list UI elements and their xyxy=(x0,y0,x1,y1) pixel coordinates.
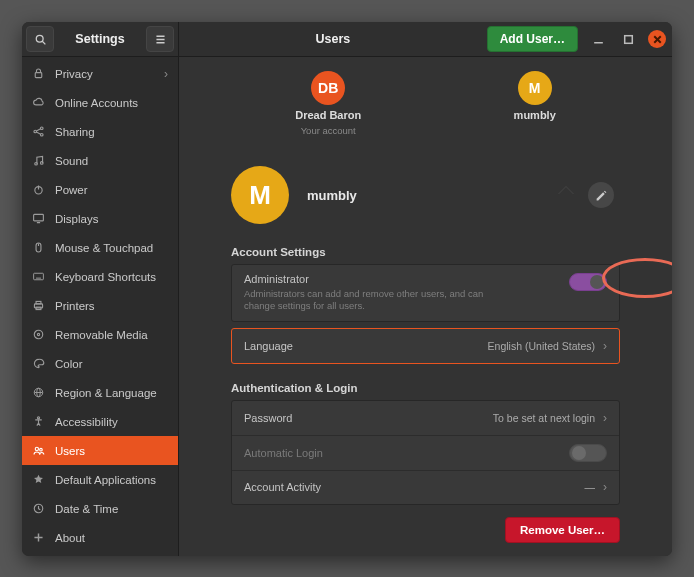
sidebar-item-online-accounts[interactable]: Online Accounts xyxy=(22,88,178,117)
sidebar-item-privacy[interactable]: Privacy› xyxy=(22,59,178,88)
sidebar-item-default-applications[interactable]: Default Applications xyxy=(22,465,178,494)
sidebar-item-date-time[interactable]: Date & Time xyxy=(22,494,178,523)
user-name: mumbly xyxy=(514,109,556,121)
toggle-knob-icon xyxy=(572,446,586,460)
svg-rect-23 xyxy=(34,273,44,280)
sidebar-item-about[interactable]: About xyxy=(22,523,178,552)
svg-rect-6 xyxy=(624,35,632,43)
sidebar-item-mouse-touchpad[interactable]: Mouse & Touchpad xyxy=(22,233,178,262)
hamburger-menu-button[interactable] xyxy=(146,26,174,52)
panel-title: Users xyxy=(315,32,350,46)
row-description: Administrators can add and remove other … xyxy=(244,288,494,313)
sidebar-item-region-language[interactable]: Region & Language xyxy=(22,378,178,407)
sidebar-item-label: Users xyxy=(55,445,168,457)
window-minimize-button[interactable] xyxy=(588,29,608,49)
chevron-right-icon: › xyxy=(603,411,607,425)
search-icon xyxy=(34,33,47,46)
sidebar[interactable]: Privacy›Online AccountsSharingSoundPower… xyxy=(22,57,179,556)
window-close-button[interactable] xyxy=(648,30,666,48)
administrator-row: Administrator Administrators can add and… xyxy=(232,265,619,321)
sidebar-item-label: Displays xyxy=(55,213,168,225)
svg-point-39 xyxy=(35,447,38,450)
window-body: Privacy›Online AccountsSharingSoundPower… xyxy=(22,57,672,556)
automatic-login-row: Automatic Login xyxy=(232,435,619,470)
svg-point-40 xyxy=(40,448,43,451)
svg-point-0 xyxy=(36,35,43,42)
sidebar-item-accessibility[interactable]: Accessibility xyxy=(22,407,178,436)
sidebar-item-label: Mouse & Touchpad xyxy=(55,242,168,254)
color-icon xyxy=(32,357,46,370)
account-activity-row[interactable]: Account Activity — › xyxy=(232,470,619,504)
svg-rect-31 xyxy=(36,301,41,303)
settings-title: Settings xyxy=(58,32,142,46)
password-row[interactable]: Password To be set at next login › xyxy=(232,401,619,435)
sidebar-item-label: Accessibility xyxy=(55,416,168,428)
accessibility-icon xyxy=(32,415,46,428)
sidebar-item-power[interactable]: Power xyxy=(22,175,178,204)
selected-avatar[interactable]: M xyxy=(231,166,289,224)
settings-window: Settings Users Add User… xyxy=(22,22,672,556)
sidebar-item-sound[interactable]: Sound xyxy=(22,146,178,175)
svg-point-12 xyxy=(40,133,43,136)
remove-user-button[interactable]: Remove User… xyxy=(505,517,620,543)
sidebar-item-label: Default Applications xyxy=(55,474,168,486)
plus-icon xyxy=(32,531,46,544)
svg-point-38 xyxy=(37,417,39,419)
minimize-icon xyxy=(592,33,605,46)
titlebar: Settings Users Add User… xyxy=(22,22,672,57)
sidebar-item-label: Removable Media xyxy=(55,329,168,341)
language-group: Language English (United States) › xyxy=(231,328,620,364)
search-button[interactable] xyxy=(26,26,54,52)
sidebar-item-label: Region & Language xyxy=(55,387,168,399)
row-label: Administrator xyxy=(244,273,494,285)
sidebar-item-printers[interactable]: Printers xyxy=(22,291,178,320)
sidebar-item-users[interactable]: Users xyxy=(22,436,178,465)
row-value: To be set at next login xyxy=(493,412,595,424)
svg-line-1 xyxy=(42,41,45,44)
cloud-icon xyxy=(32,96,46,109)
svg-point-33 xyxy=(34,330,42,338)
sidebar-item-sharing[interactable]: Sharing xyxy=(22,117,178,146)
sidebar-item-keyboard-shortcuts[interactable]: Keyboard Shortcuts xyxy=(22,262,178,291)
svg-point-10 xyxy=(34,130,37,133)
edit-name-button[interactable] xyxy=(588,182,614,208)
sidebar-item-displays[interactable]: Displays xyxy=(22,204,178,233)
remove-user-row: Remove User… xyxy=(179,509,672,556)
section-title: Account Settings xyxy=(231,246,620,258)
sidebar-item-removable-media[interactable]: Removable Media xyxy=(22,320,178,349)
globe-icon xyxy=(32,386,46,399)
sidebar-item-label: Privacy xyxy=(55,68,155,80)
avatar: DB xyxy=(311,71,345,105)
titlebar-right: Users Add User… xyxy=(179,22,672,56)
sidebar-item-label: Printers xyxy=(55,300,168,312)
pencil-icon xyxy=(595,189,608,202)
titlebar-left: Settings xyxy=(22,22,179,56)
user-name: Dread Baron xyxy=(295,109,361,121)
language-row[interactable]: Language English (United States) › xyxy=(232,329,619,363)
automatic-login-toggle[interactable] xyxy=(569,444,607,462)
row-value: English (United States) xyxy=(488,340,595,352)
user-chip-mumbly[interactable]: M mumbly xyxy=(514,71,556,136)
lock-icon xyxy=(32,67,46,80)
chevron-right-icon: › xyxy=(164,67,168,81)
window-maximize-button[interactable] xyxy=(618,29,638,49)
administrator-toggle[interactable] xyxy=(569,273,607,291)
row-label: Password xyxy=(244,412,292,424)
sidebar-item-color[interactable]: Color xyxy=(22,349,178,378)
sidebar-item-label: Color xyxy=(55,358,168,370)
avatar: M xyxy=(518,71,552,105)
keyboard-icon xyxy=(32,270,46,283)
close-icon xyxy=(651,33,664,46)
sidebar-item-label: Date & Time xyxy=(55,503,168,515)
row-label: Account Activity xyxy=(244,481,321,493)
svg-point-15 xyxy=(35,162,38,165)
user-chip-dread-baron[interactable]: DB Dread Baron Your account xyxy=(295,71,361,136)
add-user-button[interactable]: Add User… xyxy=(487,26,578,52)
auth-group: Password To be set at next login › Autom… xyxy=(231,400,620,505)
selected-user-header: M mumbly xyxy=(179,146,672,232)
sidebar-item-label: Sound xyxy=(55,155,168,167)
mouse-icon xyxy=(32,241,46,254)
svg-point-11 xyxy=(40,127,43,130)
svg-line-13 xyxy=(36,129,40,131)
row-label: Language xyxy=(244,340,293,352)
